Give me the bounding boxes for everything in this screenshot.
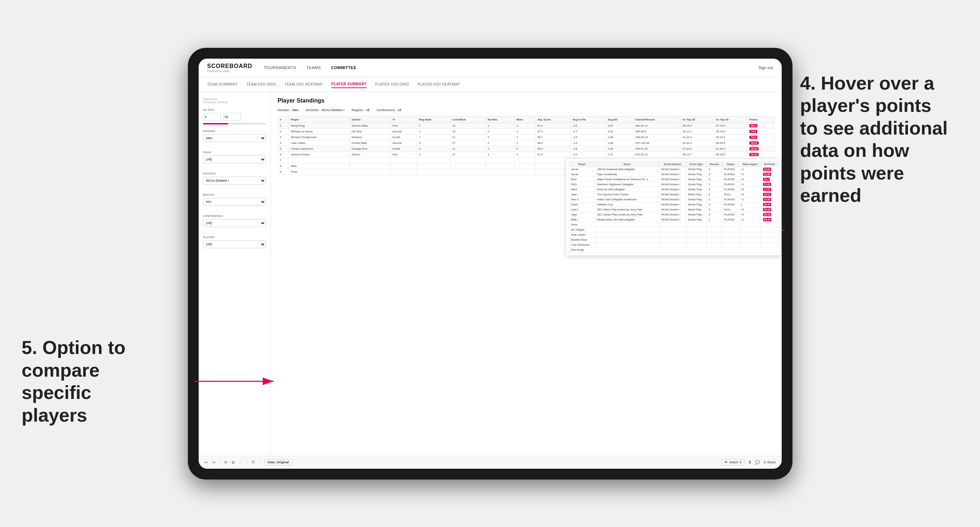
filter-gender-label: Gender: — [278, 108, 290, 112]
watch-label: Watch — [729, 460, 738, 464]
export-button[interactable]: ⬇ — [748, 460, 751, 465]
cell-record: 547-142-38 — [633, 140, 681, 146]
cell-no-rds: 2 — [486, 140, 515, 146]
cell-points[interactable]: 58.54 — [748, 140, 774, 146]
gender-select[interactable]: Men Women — [203, 134, 266, 142]
tooltip-points[interactable]: 73.23 — [763, 183, 772, 186]
col-rank: # — [278, 116, 289, 123]
view-button[interactable]: View: Original — [264, 459, 292, 465]
sub-nav-team-summary[interactable]: TEAM SUMMARY — [207, 81, 238, 88]
no-rds-min-input[interactable] — [203, 113, 221, 121]
tablet-screen: SCOREBOARD Powered by clippi TOURNAMENTS… — [199, 59, 782, 469]
gender-label: Gender — [203, 130, 266, 133]
cell-avg-sg: 3.10 — [606, 129, 633, 134]
cell-points[interactable]: 58.18 — [748, 151, 774, 157]
cell-reg-rank: 1 — [417, 134, 450, 140]
cell-points[interactable]: 40.89 — [748, 146, 774, 151]
cell-vs-top50: 57-23-0 — [714, 123, 748, 129]
watch-button[interactable]: 👁 Watch ▾ — [721, 459, 745, 465]
tooltip-points[interactable]: 56.18 — [763, 213, 772, 216]
tooltip-points[interactable]: 17.57 — [763, 188, 772, 191]
year-select[interactable]: (All) — [203, 156, 266, 163]
toolbar-separator — [259, 459, 260, 466]
nav-link-tournaments[interactable]: TOURNAMENTS — [264, 64, 296, 71]
no-rds-max-input[interactable] — [223, 113, 241, 121]
tooltip-points[interactable]: 66.40 — [763, 218, 772, 221]
sub-nav-team-h2h-heatmap[interactable]: TEAM H2H HEATMAP — [285, 81, 323, 88]
filter-division-value: NCAA Division I — [322, 108, 345, 112]
cell-avg-sg: 1.98 — [606, 140, 633, 146]
cell-conf-rank: 27 — [450, 140, 485, 146]
logo-area: SCOREBOARD Powered by clippi — [207, 63, 253, 73]
points-badge[interactable]: 76.2 — [749, 130, 757, 133]
cell-record: 208-09-13 — [633, 134, 681, 140]
region-select[interactable]: N/A — [203, 198, 266, 206]
undo-button[interactable]: ↩ — [204, 460, 208, 465]
table-header-row: # Player School Yr Reg Rank Conf Rank No… — [278, 116, 774, 123]
year-label: Year — [203, 151, 266, 154]
cell-yr: Fourth — [390, 146, 417, 151]
tooltip-points[interactable]: 25.38 — [763, 208, 772, 211]
cell-player: Luke Claton — [289, 140, 350, 146]
sub-nav-player-h2h-heatmap[interactable]: PLAYER H2H HEATMAP — [417, 81, 460, 88]
no-rds-slider[interactable] — [203, 123, 266, 124]
comment-button[interactable]: 💬 — [755, 460, 760, 465]
sub-nav-player-h2h-grid[interactable]: PLAYER H2H GRID — [375, 81, 409, 88]
filter-gender-value: Men — [292, 108, 299, 112]
nav-link-committee[interactable]: COMMITTEE — [331, 64, 357, 71]
col-points: Points — [748, 116, 774, 123]
cell-avg-sg: 3.07 — [606, 123, 633, 129]
logo-sub: Powered by clippi — [207, 70, 253, 73]
sub-nav-player-summary[interactable]: PLAYER SUMMARY — [331, 81, 367, 88]
tooltip-points[interactable]: 30.47 — [763, 203, 772, 206]
no-rds-label: No Rds. — [203, 108, 266, 111]
cell-points[interactable]: 76.2 — [748, 129, 774, 134]
cell-points[interactable]: 98.2 — [748, 123, 774, 129]
cell-adj-score: 68.0 — [536, 146, 571, 151]
page-title: Player Standings — [278, 97, 775, 104]
tooltip-row: BrenWake Forest Invitational at Pinehurs… — [569, 177, 778, 182]
clock-button[interactable]: ⏱ — [251, 460, 255, 464]
tooltip-points[interactable]: 16.50 — [763, 198, 772, 201]
tooltip-points[interactable]: 14.11 — [763, 193, 772, 196]
copy-button[interactable]: ⧉ — [232, 460, 235, 465]
col-vs-top50: Vs Top 50 — [714, 116, 748, 123]
cell-vs-top25: 27-10-2 — [681, 146, 714, 151]
points-badge-lamprecht[interactable]: 40.89 — [749, 147, 759, 150]
table-row: 1 Wenyi Ding Arizona State First 1 15 1 … — [278, 123, 774, 129]
points-badge[interactable]: 58.18 — [749, 153, 759, 156]
tooltip-points[interactable]: 53.64 — [763, 168, 772, 171]
nav-link-teams[interactable]: TEAMS — [306, 64, 321, 71]
tooltip-col-event: Event — [595, 162, 659, 167]
conference-select[interactable]: (All) — [203, 219, 266, 227]
refresh-button[interactable]: ⟳ — [224, 460, 228, 465]
filter-row: Gender: Men Division: NCAA Division I Re… — [278, 108, 775, 112]
eye-icon: 👁 — [724, 460, 728, 464]
tooltip-header-row: Player Event Event Division Event Type R… — [569, 162, 778, 167]
filter-conference-value: All — [398, 108, 401, 112]
tooltip-points[interactable]: 53.60 — [763, 173, 772, 176]
cell-points[interactable]: 70.2 — [748, 134, 774, 140]
division-select[interactable]: NCAA Division I — [203, 177, 266, 184]
cell-avg-sg: 2.34 — [606, 146, 633, 151]
sub-nav-team-h2h-grid[interactable]: TEAM H2H GRID — [247, 81, 276, 88]
cell-reg-rank: 5 — [417, 140, 450, 146]
sub-nav: TEAM SUMMARY TEAM H2H GRID TEAM H2H HEAT… — [199, 77, 782, 92]
player-select[interactable]: (All) — [203, 240, 266, 248]
points-badge[interactable]: 58.54 — [749, 141, 759, 144]
redo-button[interactable]: ↪ — [212, 460, 215, 465]
cell-conf-rank: 21 — [450, 134, 485, 140]
tooltip-points[interactable]: 40.7 — [763, 178, 770, 181]
bottom-toolbar: ↩ ↪ ⟳ ⧉ ··· ⏱ View: Original 👁 Watch ▾ ⬇… — [199, 456, 782, 469]
points-badge[interactable]: 98.2 — [749, 124, 757, 127]
cell-to-par: -2.7 — [571, 129, 606, 134]
more-button[interactable]: ··· — [239, 460, 242, 464]
cell-vs-top50: 35-16-4 — [714, 129, 748, 134]
main-content: Update time: 27/01/2024 16:56:26 No Rds.… — [199, 92, 782, 456]
col-player: Player — [289, 116, 350, 123]
share-button[interactable]: ⎗ Share — [764, 460, 776, 464]
sign-out-button[interactable]: Sign out — [758, 65, 773, 70]
cell-player: Michael Thorbjornsen — [289, 134, 350, 140]
tooltip-col-points: W Points — [761, 162, 778, 167]
points-badge[interactable]: 70.2 — [749, 136, 757, 139]
